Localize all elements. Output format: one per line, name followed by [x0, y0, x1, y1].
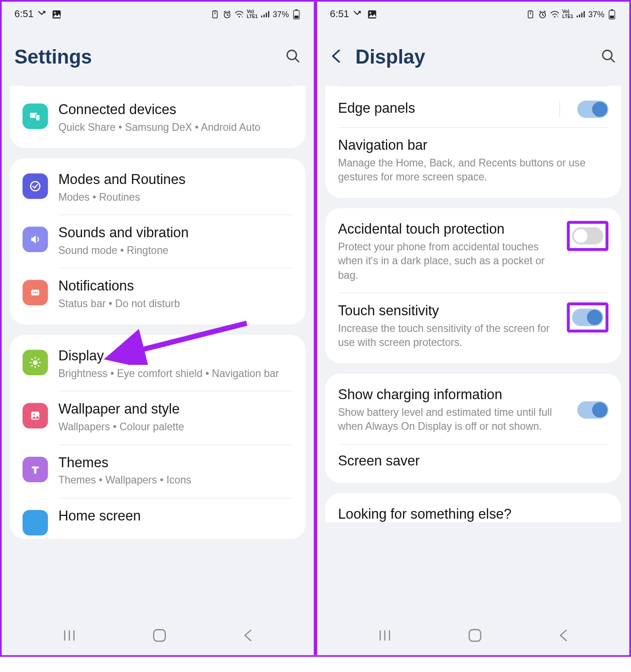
status-time: 6:51 [330, 9, 349, 20]
nav-home[interactable] [467, 628, 482, 645]
svg-rect-32 [576, 16, 578, 18]
nav-back[interactable] [558, 629, 568, 645]
svg-point-30 [554, 16, 555, 18]
svg-point-21 [33, 360, 37, 365]
nav-recents[interactable] [378, 630, 392, 644]
svg-rect-35 [584, 11, 585, 17]
row-title: Screen saver [338, 452, 608, 469]
svg-point-19 [35, 292, 36, 294]
header: Settings [2, 27, 314, 85]
annotation-highlight [567, 302, 608, 332]
charging-info-toggle[interactable] [577, 401, 608, 419]
phone-display: 6:51 + Vo)LTE1 37% [316, 2, 629, 655]
alarm-icon [538, 10, 548, 19]
svg-text:+: + [242, 15, 243, 18]
connected-devices-icon [23, 103, 48, 129]
page-title: Settings [14, 46, 92, 68]
row-title: Edge panels [338, 100, 544, 117]
row-title: Connected devices [58, 101, 293, 118]
svg-point-18 [33, 292, 34, 294]
row-edge-panels[interactable]: Edge panels [325, 92, 621, 127]
row-accidental-touch[interactable]: Accidental touch protection Protect your… [325, 212, 621, 292]
row-title: Touch sensitivity [338, 302, 551, 319]
row-screen-saver[interactable]: Screen saver [325, 444, 621, 479]
row-subtitle: Sound mode • Ringtone [58, 244, 293, 258]
card-display-group: Display Brightness • Eye comfort shield … [10, 335, 306, 539]
status-battery-text: 37% [273, 10, 289, 19]
card-connected: Connected devices Quick Share • Samsung … [10, 86, 306, 148]
accidental-touch-toggle[interactable] [572, 227, 603, 244]
svg-point-27 [370, 12, 371, 14]
search-button[interactable] [285, 48, 301, 66]
row-charging-info[interactable]: Show charging information Show battery l… [325, 377, 621, 444]
nav-back[interactable] [242, 629, 253, 645]
missed-call-icon [38, 10, 48, 19]
stopwatch-icon [210, 10, 220, 19]
svg-rect-2 [213, 11, 217, 18]
row-wallpaper[interactable]: Wallpaper and style Wallpapers • Colour … [10, 392, 306, 445]
svg-rect-38 [610, 16, 614, 18]
svg-rect-11 [295, 9, 297, 11]
svg-rect-33 [579, 14, 581, 17]
battery-icon [607, 10, 617, 19]
svg-text:+: + [557, 15, 559, 18]
volte-icon: Vo)LTE1 [247, 10, 257, 19]
wifi-icon: + [550, 10, 559, 19]
back-button[interactable] [330, 48, 343, 65]
row-title: Show charging information [338, 387, 558, 403]
row-subtitle: Manage the Home, Back, and Recents butto… [338, 156, 608, 184]
nav-recents[interactable] [63, 630, 77, 644]
row-title: Accidental touch protection [338, 221, 551, 238]
signal-icon [261, 10, 270, 19]
status-bar: 6:51 + Vo)LTE1 37% [2, 2, 314, 27]
row-title: Display [58, 348, 293, 364]
signal-icon [576, 10, 585, 19]
row-connected-devices[interactable]: Connected devices Quick Share • Samsung … [10, 92, 306, 145]
home-screen-icon [23, 510, 48, 535]
row-sounds[interactable]: Sounds and vibration Sound mode • Ringto… [10, 215, 306, 268]
svg-point-24 [33, 414, 35, 416]
card-charging-saver: Show charging information Show battery l… [325, 374, 621, 483]
volte-icon: Vo)LTE1 [562, 10, 573, 19]
nav-home[interactable] [152, 628, 167, 645]
row-title: Home screen [58, 507, 293, 524]
row-touch-sensitivity[interactable]: Touch sensitivity Increase the touch sen… [325, 293, 621, 360]
svg-rect-6 [261, 16, 262, 18]
search-button[interactable] [600, 48, 617, 66]
card-edge-nav: Edge panels Navigation bar Manage the Ho… [325, 86, 621, 198]
row-title: Themes [58, 454, 293, 471]
status-battery-text: 37% [588, 10, 604, 19]
svg-rect-25 [154, 630, 165, 641]
svg-point-20 [37, 292, 38, 294]
row-subtitle: Themes • Wallpapers • Icons [58, 473, 293, 487]
row-title: Wallpaper and style [58, 401, 293, 418]
sounds-icon [23, 227, 48, 252]
row-title: Modes and Routines [58, 171, 293, 188]
row-title: Notifications [58, 278, 293, 295]
row-navigation-bar[interactable]: Navigation bar Manage the Home, Back, an… [325, 128, 621, 194]
row-display[interactable]: Display Brightness • Eye comfort shield … [10, 338, 306, 391]
modes-icon [23, 174, 48, 199]
phone-settings: 6:51 + Vo)LTE1 37% Settings [2, 2, 316, 655]
row-title: Sounds and vibration [58, 225, 293, 241]
row-subtitle: Quick Share • Samsung DeX • Android Auto [58, 120, 293, 134]
picture-icon [367, 10, 377, 19]
row-themes[interactable]: Themes Themes • Wallpapers • Icons [10, 445, 306, 498]
svg-rect-28 [528, 11, 533, 18]
svg-rect-40 [469, 630, 481, 641]
svg-rect-7 [264, 14, 265, 17]
touch-sensitivity-toggle[interactable] [572, 308, 603, 326]
edge-panels-toggle[interactable] [577, 101, 608, 118]
row-subtitle: Increase the touch sensitivity of the sc… [338, 321, 551, 349]
svg-point-16 [31, 182, 40, 191]
notifications-icon [23, 280, 48, 305]
row-notifications[interactable]: Notifications Status bar • Do not distur… [10, 268, 306, 321]
row-subtitle: Brightness • Eye comfort shield • Naviga… [58, 367, 293, 381]
nav-bar [317, 621, 629, 655]
row-subtitle: Wallpapers • Colour palette [58, 420, 293, 434]
row-modes[interactable]: Modes and Routines Modes • Routines [10, 162, 306, 215]
svg-point-1 [54, 12, 56, 14]
row-home[interactable]: Home screen [10, 498, 306, 535]
row-subtitle: Protect your phone from accidental touch… [338, 240, 551, 282]
themes-icon [23, 456, 48, 482]
